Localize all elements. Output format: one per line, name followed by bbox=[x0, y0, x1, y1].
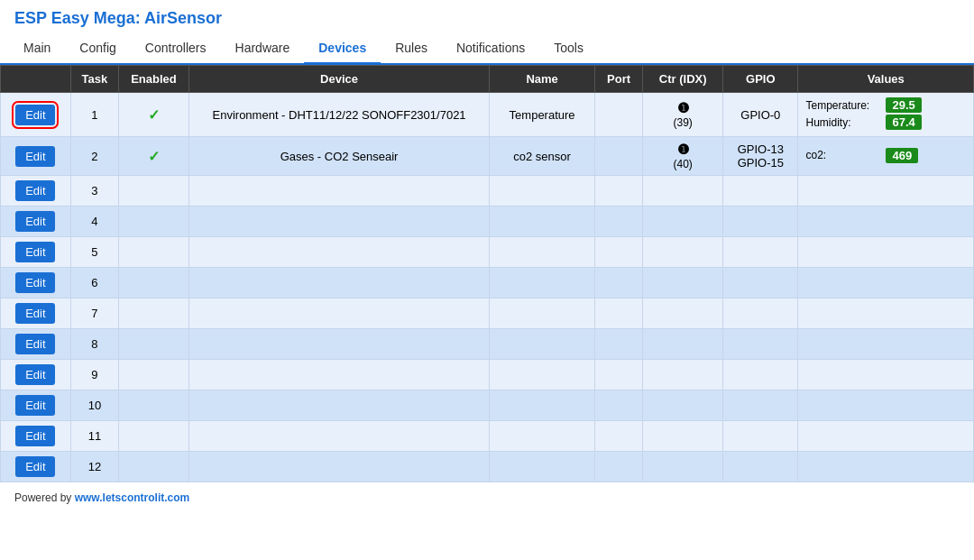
name-cell bbox=[490, 329, 595, 360]
device-cell: Gases - CO2 Senseair bbox=[188, 137, 489, 176]
name-cell bbox=[490, 176, 595, 207]
port-cell bbox=[594, 298, 642, 329]
device-cell bbox=[188, 452, 489, 482]
edit-button-7[interactable]: Edit bbox=[15, 303, 55, 324]
edit-button-9[interactable]: Edit bbox=[15, 364, 55, 385]
values-cell bbox=[798, 176, 974, 207]
edit-cell: Edit bbox=[1, 93, 71, 137]
devices-table-container: Task Enabled Device Name Port Ctr (IDX) … bbox=[0, 65, 974, 482]
task-cell: 11 bbox=[70, 421, 118, 452]
gpio-cell bbox=[723, 298, 798, 329]
table-row: Edit5 bbox=[1, 237, 974, 268]
enabled-cell bbox=[119, 207, 189, 237]
task-cell: 9 bbox=[70, 360, 118, 390]
header-enabled: Enabled bbox=[119, 66, 189, 93]
name-cell: Temperature bbox=[490, 93, 595, 137]
value-row: Temperature:29.5 bbox=[805, 97, 968, 113]
task-cell: 2 bbox=[70, 137, 118, 176]
task-cell: 12 bbox=[70, 452, 118, 482]
task-cell: 6 bbox=[70, 268, 118, 298]
ctr-cell bbox=[643, 329, 723, 360]
enabled-cell bbox=[119, 390, 189, 421]
edit-button-2[interactable]: Edit bbox=[15, 146, 55, 167]
gpio-cell bbox=[723, 268, 798, 298]
header-name: Name bbox=[490, 66, 595, 93]
app-title: ESP Easy Mega: AirSensor bbox=[0, 0, 974, 33]
value-label: Temperature: bbox=[805, 99, 882, 112]
table-row: Edit9 bbox=[1, 360, 974, 390]
checkmark-icon: ✓ bbox=[148, 107, 160, 123]
edit-cell: Edit bbox=[1, 298, 71, 329]
edit-button-4[interactable]: Edit bbox=[15, 211, 55, 232]
table-row: Edit4 bbox=[1, 207, 974, 237]
name-cell bbox=[490, 421, 595, 452]
value-badge: 29.5 bbox=[886, 97, 921, 113]
device-cell bbox=[188, 268, 489, 298]
device-cell bbox=[188, 207, 489, 237]
name-cell bbox=[490, 237, 595, 268]
checkmark-icon: ✓ bbox=[148, 149, 160, 164]
value-badge: 67.4 bbox=[886, 115, 921, 130]
table-row: Edit10 bbox=[1, 390, 974, 421]
nav-item-controllers[interactable]: Controllers bbox=[131, 33, 221, 65]
header-values: Values bbox=[798, 66, 974, 93]
table-header: Task Enabled Device Name Port Ctr (IDX) … bbox=[1, 66, 974, 93]
nav-item-notifications[interactable]: Notifications bbox=[442, 33, 539, 65]
ctr-cell bbox=[643, 176, 723, 207]
value-row: co2:469 bbox=[805, 148, 968, 163]
gpio-cell bbox=[723, 237, 798, 268]
table-row: Edit8 bbox=[1, 329, 974, 360]
footer-link[interactable]: www.letscontrolit.com bbox=[75, 491, 190, 504]
gpio-cell bbox=[723, 421, 798, 452]
edit-button-11[interactable]: Edit bbox=[15, 426, 55, 446]
edit-button-5[interactable]: Edit bbox=[15, 242, 55, 262]
port-cell bbox=[594, 93, 642, 137]
edit-cell: Edit bbox=[1, 207, 71, 237]
edit-button-8[interactable]: Edit bbox=[15, 334, 55, 354]
edit-button-12[interactable]: Edit bbox=[15, 456, 55, 477]
device-cell bbox=[188, 237, 489, 268]
task-cell: 10 bbox=[70, 390, 118, 421]
port-cell bbox=[594, 390, 642, 421]
port-cell bbox=[594, 137, 642, 176]
edit-button-10[interactable]: Edit bbox=[15, 395, 55, 416]
devices-table: Task Enabled Device Name Port Ctr (IDX) … bbox=[0, 65, 974, 482]
ctr-cell: ❶(39) bbox=[643, 93, 723, 137]
header-ctr: Ctr (IDX) bbox=[643, 66, 723, 93]
nav-item-devices[interactable]: Devices bbox=[304, 33, 381, 65]
table-row: Edit7 bbox=[1, 298, 974, 329]
table-row: Edit3 bbox=[1, 176, 974, 207]
enabled-cell bbox=[119, 268, 189, 298]
enabled-cell bbox=[119, 176, 189, 207]
values-cell bbox=[798, 329, 974, 360]
nav-item-hardware[interactable]: Hardware bbox=[221, 33, 305, 65]
task-cell: 7 bbox=[70, 298, 118, 329]
header-port: Port bbox=[594, 66, 642, 93]
name-cell bbox=[490, 207, 595, 237]
edit-cell: Edit bbox=[1, 329, 71, 360]
enabled-cell bbox=[119, 298, 189, 329]
values-cell: co2:469 bbox=[798, 137, 974, 176]
edit-button-1[interactable]: Edit bbox=[15, 105, 55, 125]
footer: Powered by www.letscontrolit.com bbox=[0, 482, 974, 513]
edit-button-6[interactable]: Edit bbox=[15, 272, 55, 293]
task-cell: 3 bbox=[70, 176, 118, 207]
nav-item-rules[interactable]: Rules bbox=[381, 33, 442, 65]
ctr-cell bbox=[643, 452, 723, 482]
values-cell bbox=[798, 390, 974, 421]
ctr-cell bbox=[643, 268, 723, 298]
gpio-cell bbox=[723, 390, 798, 421]
nav-item-config[interactable]: Config bbox=[65, 33, 130, 65]
nav-item-tools[interactable]: Tools bbox=[539, 33, 598, 65]
port-cell bbox=[594, 176, 642, 207]
edit-button-3[interactable]: Edit bbox=[15, 180, 55, 201]
task-cell: 1 bbox=[70, 93, 118, 137]
ctr-cell bbox=[643, 237, 723, 268]
name-cell bbox=[490, 268, 595, 298]
gpio-cell: GPIO-13 GPIO-15 bbox=[723, 137, 798, 176]
device-cell bbox=[188, 298, 489, 329]
nav-item-main[interactable]: Main bbox=[9, 33, 65, 65]
gpio-cell: GPIO-0 bbox=[723, 93, 798, 137]
port-cell bbox=[594, 452, 642, 482]
gpio-cell bbox=[723, 176, 798, 207]
